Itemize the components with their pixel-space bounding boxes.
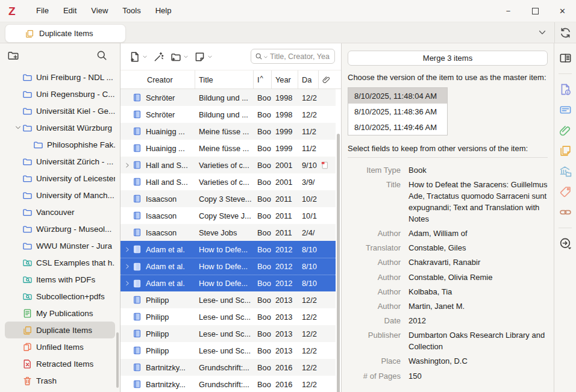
- item-info-icon[interactable]: [559, 83, 572, 96]
- sidebar-item[interactable]: Uni Freiburg - NDL ...: [5, 69, 115, 86]
- sync-icon[interactable]: [559, 26, 572, 39]
- table-row[interactable]: Hall and S... Varieties of c... Boo 2001…: [121, 173, 336, 190]
- field-row[interactable]: Place Washington, D.C: [348, 354, 548, 369]
- sidebar-item[interactable]: Philosophishe Fak...: [5, 136, 115, 153]
- notes-icon[interactable]: [559, 145, 572, 157]
- menu-item[interactable]: View: [84, 0, 115, 22]
- libraries-collections-icon[interactable]: [559, 165, 572, 178]
- table-row[interactable]: Isaacson Copy Steve J... Boo 2011 10/1: [121, 207, 336, 224]
- expand-chevron-icon[interactable]: [14, 124, 22, 131]
- table-row[interactable]: Hall and S... Varieties of c... Boo 2001…: [121, 157, 336, 173]
- new-collection-icon[interactable]: [7, 49, 19, 61]
- menu-item[interactable]: Help: [148, 0, 179, 22]
- abstract-icon[interactable]: [559, 104, 572, 116]
- table-row[interactable]: Philipp Lese- und Sc... Boo 2013 12/2: [121, 342, 336, 359]
- sidebar-item[interactable]: University of Leicester: [5, 170, 115, 187]
- table-row[interactable]: Philipp Lese- und Sc... Boo 2013 12/2: [121, 308, 336, 325]
- version-option[interactable]: 8/10/2025, 11:48:04 AM: [348, 88, 447, 104]
- sidebar-item[interactable]: Trash: [5, 372, 115, 389]
- sidebar-item[interactable]: Universität Zürich - ...: [5, 153, 115, 170]
- attachments-icon[interactable]: [559, 124, 572, 137]
- row-creator: Hall and S...: [146, 178, 188, 187]
- menu-item[interactable]: File: [29, 0, 56, 22]
- column-header-item-type[interactable]: I^: [254, 70, 272, 89]
- column-header-title[interactable]: Title: [195, 70, 254, 89]
- table-row[interactable]: Bartnitzky... Grundschrift:... Boo 2016 …: [121, 359, 336, 376]
- tab-list-chevron-icon[interactable]: [537, 28, 547, 37]
- book-icon: [132, 126, 142, 136]
- table-row[interactable]: Philipp Lese- und Sc... Boo 2013 12/2: [121, 325, 336, 342]
- item-search-box[interactable]: [251, 49, 335, 64]
- locate-icon[interactable]: [559, 237, 572, 250]
- field-row[interactable]: Item Type Book: [348, 163, 548, 177]
- row-creator: Bartnitzky...: [146, 363, 186, 372]
- items-scrollbar[interactable]: [337, 134, 340, 392]
- table-row[interactable]: Philipp Lese- und Sc... Boo 2013 12/2: [121, 291, 336, 308]
- sidebar-item[interactable]: Uni Regensburg - C...: [5, 86, 115, 102]
- sidebar-item[interactable]: Würzburg - Museol...: [5, 220, 115, 237]
- row-twisty-icon[interactable]: [124, 162, 131, 169]
- sidebar-item[interactable]: Universität Kiel - Ge...: [5, 102, 115, 119]
- table-row[interactable]: Schröter Bildung und ... Boo 1998 12/2: [121, 106, 336, 123]
- table-row[interactable]: Adam et al. How to Defe... Boo 2012 8/10: [121, 275, 336, 291]
- table-row[interactable]: Adam et al. How to Defe... Boo 2012 8/10: [121, 241, 336, 258]
- close-button[interactable]: ✕: [549, 0, 576, 22]
- sidebar-item[interactable]: Subcollection+pdfs: [5, 288, 115, 305]
- row-twisty-icon[interactable]: [124, 280, 131, 287]
- new-note-button[interactable]: [194, 51, 213, 63]
- menu-item[interactable]: Edit: [56, 0, 84, 22]
- sidebar-item[interactable]: WWU Münster - Jura: [5, 237, 115, 254]
- field-row[interactable]: Author Martin, Janet M.: [348, 299, 548, 313]
- column-header-creator[interactable]: Creator: [121, 70, 195, 89]
- table-row[interactable]: Schröter Bildung und ... Boo 1998 12/2: [121, 89, 336, 106]
- table-row[interactable]: Isaacson Copy 3 Steve... Boo 2011 10/2: [121, 190, 336, 207]
- row-title: Varieties of c...: [195, 161, 254, 170]
- add-by-identifier-button[interactable]: [153, 51, 164, 63]
- field-row[interactable]: Publisher Dumbarton Oaks Research Librar…: [348, 328, 548, 354]
- merge-items-button[interactable]: Merge 3 items: [348, 51, 548, 66]
- reader-toggle-icon[interactable]: [559, 52, 572, 64]
- sidebar-item[interactable]: Unfiled Items: [5, 338, 115, 355]
- column-header-date[interactable]: Da: [298, 70, 319, 89]
- table-row[interactable]: Huainigg ... Meine füsse ... Boo 1999 11…: [121, 123, 336, 140]
- row-twisty-icon[interactable]: [124, 246, 131, 253]
- row-twisty-icon[interactable]: [124, 263, 131, 270]
- maximize-button[interactable]: [522, 0, 549, 22]
- version-option[interactable]: 8/10/2025, 11:48:36 AM: [348, 104, 447, 119]
- field-row[interactable]: Author Kolbaba, Tia: [348, 284, 548, 299]
- new-item-button[interactable]: [129, 51, 148, 63]
- sidebar-item[interactable]: Vancouver: [5, 204, 115, 220]
- column-header-attachment[interactable]: [319, 70, 341, 89]
- menu-item[interactable]: Tools: [115, 0, 148, 22]
- tags-icon[interactable]: [559, 185, 572, 198]
- table-row[interactable]: Huainigg ... Meine füsse ... Boo 1999 11…: [121, 140, 336, 157]
- version-option[interactable]: 8/10/2025, 11:49:46 AM: [348, 119, 447, 135]
- search-input[interactable]: [270, 52, 330, 61]
- field-row[interactable]: Author Chakravarti, Ranabir: [348, 255, 548, 270]
- book-icon: [132, 194, 142, 204]
- sidebar-item[interactable]: University of Manch...: [5, 187, 115, 204]
- new-attachment-button[interactable]: [170, 51, 189, 63]
- related-icon[interactable]: [559, 206, 572, 219]
- field-row[interactable]: Title How to Defeat the Saracens: Guille…: [348, 177, 548, 226]
- tab-duplicate-items[interactable]: Duplicate Items: [5, 24, 126, 43]
- column-header-year[interactable]: Year: [272, 70, 298, 89]
- field-row[interactable]: Author Constable, Olivia Remie: [348, 270, 548, 284]
- field-row[interactable]: # of Pages 150: [348, 369, 548, 383]
- minimize-button[interactable]: −: [495, 0, 522, 22]
- sidebar-item[interactable]: Universität Würzburg: [5, 119, 115, 136]
- chevron-down-icon: [183, 54, 189, 60]
- field-row[interactable]: Translator Constable, Giles: [348, 241, 548, 255]
- field-row[interactable]: Author Adam, William of: [348, 226, 548, 240]
- sidebar-item[interactable]: CSL Examples that h...: [5, 254, 115, 271]
- sidebar-item[interactable]: Retracted Items: [5, 355, 115, 372]
- sidebar-item[interactable]: Items with PDFs: [5, 271, 115, 288]
- sidebar-item[interactable]: My Publications: [5, 305, 115, 322]
- field-row[interactable]: Date 2012: [348, 314, 548, 328]
- table-row[interactable]: Adam et al. How to Defe... Boo 2012 8/10: [121, 258, 336, 275]
- sidebar-scrollbar[interactable]: [116, 332, 119, 388]
- table-row[interactable]: Isaacson Steve Jobs Boo 2011 2/4/: [121, 224, 336, 241]
- collection-search-icon[interactable]: [96, 49, 108, 61]
- table-row[interactable]: Bartnitzky... Grundschrift:... Boo 2016 …: [121, 376, 336, 392]
- sidebar-item[interactable]: Duplicate Items: [5, 322, 115, 338]
